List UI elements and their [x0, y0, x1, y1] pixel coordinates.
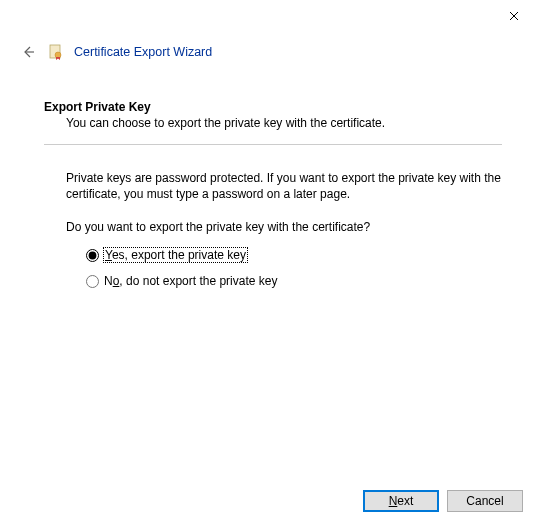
back-arrow-icon	[20, 44, 36, 60]
radio-yes-input[interactable]	[86, 249, 99, 262]
page-heading: Export Private Key	[44, 100, 502, 114]
cancel-button[interactable]: Cancel	[447, 490, 523, 512]
certificate-icon	[48, 44, 64, 60]
next-button[interactable]: Next	[363, 490, 439, 512]
close-button[interactable]	[499, 4, 529, 28]
export-key-radio-group: Yes, export the private key No, do not e…	[86, 248, 502, 288]
close-icon	[509, 11, 519, 21]
page-subheading: You can choose to export the private key…	[66, 116, 502, 130]
question-text: Do you want to export the private key wi…	[66, 220, 502, 234]
wizard-header: Certificate Export Wizard	[18, 42, 212, 62]
wizard-content: Export Private Key You can choose to exp…	[44, 100, 502, 288]
back-button[interactable]	[18, 42, 38, 62]
radio-no-label: No, do not export the private key	[104, 274, 277, 288]
radio-no-export[interactable]: No, do not export the private key	[86, 274, 502, 288]
wizard-footer: Next Cancel	[363, 490, 523, 512]
radio-yes-label: Yes, export the private key	[104, 248, 247, 262]
divider	[44, 144, 502, 145]
body-text: Private keys are password protected. If …	[66, 171, 502, 202]
radio-yes-export[interactable]: Yes, export the private key	[86, 248, 502, 262]
wizard-title: Certificate Export Wizard	[74, 45, 212, 59]
radio-no-input[interactable]	[86, 275, 99, 288]
